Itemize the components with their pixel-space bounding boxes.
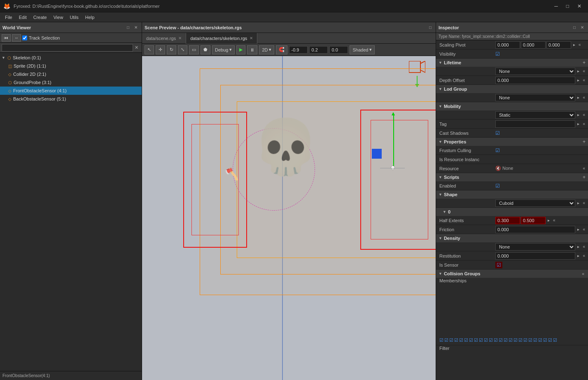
tab-close-icon[interactable]: ✕: [250, 36, 253, 40]
world-viewer-tool2[interactable]: ↔: [12, 34, 21, 42]
menu-view[interactable]: View: [50, 14, 67, 21]
mem-cb-16[interactable]: ☑: [513, 338, 518, 343]
half-extents-x[interactable]: [495, 217, 520, 224]
section-plus-properties[interactable]: +: [583, 139, 586, 145]
mem-cb-8[interactable]: ☑: [474, 338, 478, 343]
tag-expand[interactable]: ▸: [576, 122, 581, 126]
inspector-expand[interactable]: □: [572, 25, 577, 30]
shaded-dropdown[interactable]: Shaded ▾: [350, 45, 375, 54]
mem-cb-24[interactable]: ☑: [553, 338, 557, 343]
tab-scene-rgs[interactable]: data/scene.rgs ✕: [142, 33, 186, 44]
section-shape[interactable]: ▼ Shape: [436, 190, 588, 199]
half-extents-expand[interactable]: ▸: [546, 218, 551, 223]
section-scripts[interactable]: ▼ Scripts +: [436, 173, 588, 181]
section-lodgroup[interactable]: ▼ Lod Group: [436, 85, 588, 93]
shape-reset[interactable]: «: [581, 201, 586, 205]
debug-dropdown[interactable]: Debug ▾: [212, 45, 235, 54]
coord-x[interactable]: [289, 46, 308, 54]
collision-groups-reset[interactable]: «: [581, 272, 586, 276]
mobility-dropdown[interactable]: StaticStationaryMovable: [495, 111, 575, 119]
depth-offset-expand[interactable]: ▸: [576, 78, 581, 82]
density-reset[interactable]: «: [581, 244, 586, 249]
mem-cb-18[interactable]: ☑: [523, 338, 527, 343]
section-properties[interactable]: ▼ Properties +: [436, 138, 588, 146]
friction-input[interactable]: [495, 226, 575, 233]
tree-item-back-sensor[interactable]: ◇ BackObstacleSensor (5:1): [0, 95, 142, 103]
mem-cb-6[interactable]: ☑: [464, 338, 468, 343]
inspector-close[interactable]: ✕: [579, 25, 586, 30]
tool-select[interactable]: ↖: [145, 45, 154, 54]
mem-cb-19[interactable]: ☑: [528, 338, 532, 343]
tree-item-skeleton[interactable]: ▼ ⬡ Skeleton (0:1): [0, 54, 142, 62]
scaling-pivot-y[interactable]: [521, 41, 546, 49]
coord-y[interactable]: [309, 46, 328, 54]
tree-item-front-sensor[interactable]: ◇ FrontObstacleSensor (4:1): [0, 87, 142, 95]
tab-close-icon[interactable]: ✕: [178, 36, 182, 40]
mobility-reset[interactable]: «: [581, 113, 586, 117]
restitution-input[interactable]: [495, 252, 575, 260]
pause-button[interactable]: ⏸: [247, 45, 257, 54]
mem-cb-12[interactable]: ☑: [494, 338, 498, 343]
enabled-checkbox[interactable]: ☑: [495, 183, 500, 189]
restitution-reset[interactable]: «: [581, 253, 586, 258]
section-collision-groups[interactable]: ▼ Collision Groups «: [436, 270, 588, 278]
depth-offset-input[interactable]: [495, 77, 575, 84]
mem-cb-15[interactable]: ☑: [509, 338, 513, 343]
lifetime-reset[interactable]: «: [581, 69, 586, 73]
tag-input[interactable]: [495, 120, 575, 128]
mem-cb-22[interactable]: ☑: [543, 338, 547, 343]
scene-expand[interactable]: □: [427, 25, 433, 30]
magnet-button[interactable]: 🧲: [276, 45, 287, 54]
mem-cb-2[interactable]: ☑: [444, 338, 448, 343]
play-button[interactable]: ▶: [236, 45, 245, 54]
scene-viewport[interactable]: 💀 🪓: [142, 56, 436, 380]
frustum-culling-checkbox[interactable]: ☑: [495, 148, 500, 153]
menu-utils[interactable]: Utils: [66, 14, 82, 21]
density-expand[interactable]: ▸: [576, 244, 581, 249]
lifetime-dropdown[interactable]: None: [495, 68, 575, 75]
lod-dropdown[interactable]: None: [495, 94, 575, 101]
tool-scale[interactable]: ⤡: [178, 45, 187, 54]
tool-move[interactable]: ✛: [156, 45, 165, 54]
world-viewer-tool1[interactable]: ⏮: [2, 34, 11, 42]
tool-rect[interactable]: ▭: [189, 45, 199, 54]
half-extents-y[interactable]: [521, 217, 546, 224]
section-plus-scripts[interactable]: +: [583, 174, 586, 180]
lod-reset[interactable]: «: [581, 95, 586, 100]
tag-reset[interactable]: «: [581, 122, 586, 126]
world-viewer-search[interactable]: [2, 44, 133, 52]
scaling-pivot-expand[interactable]: ▸: [572, 42, 576, 47]
mem-cb-1[interactable]: ☑: [439, 338, 443, 343]
section-sub0[interactable]: ▼ 0: [436, 208, 588, 216]
mem-cb-7[interactable]: ☑: [469, 338, 473, 343]
density-dropdown[interactable]: None: [495, 243, 575, 251]
shape-dropdown[interactable]: CuboidBallCapsule: [495, 199, 575, 207]
scaling-pivot-x[interactable]: [495, 41, 520, 49]
mem-cb-10[interactable]: ☑: [484, 338, 488, 343]
menu-create[interactable]: Create: [30, 14, 50, 21]
lod-expand[interactable]: ▸: [576, 95, 581, 100]
cast-shadows-checkbox[interactable]: ☑: [495, 130, 500, 136]
menu-file[interactable]: File: [2, 14, 16, 21]
is-sensor-checkbox[interactable]: ☑: [495, 262, 502, 268]
coord-z[interactable]: [329, 46, 348, 54]
tree-item-groundprobe[interactable]: ⬡ GroundProbe (3:1): [0, 78, 142, 87]
minimize-button[interactable]: ─: [551, 2, 561, 10]
resource-reset[interactable]: «: [581, 166, 586, 171]
tree-item-collider[interactable]: ◇ Collider 2D (2:1): [0, 70, 142, 78]
scaling-pivot-reset[interactable]: «: [577, 42, 582, 47]
menu-edit[interactable]: Edit: [16, 14, 30, 21]
restitution-expand[interactable]: ▸: [576, 253, 581, 258]
section-density[interactable]: ▼ Density: [436, 234, 588, 242]
lifetime-expand[interactable]: ▸: [576, 69, 581, 73]
friction-expand[interactable]: ▸: [576, 227, 581, 232]
close-button[interactable]: ✕: [574, 2, 585, 10]
menu-help[interactable]: Help: [82, 14, 98, 21]
shape-expand[interactable]: ▸: [576, 201, 581, 205]
search-clear-button[interactable]: ✕: [133, 45, 140, 50]
tool-rotate[interactable]: ↻: [167, 45, 176, 54]
mem-cb-4[interactable]: ☑: [454, 338, 458, 343]
visibility-checkbox[interactable]: ☑: [495, 51, 500, 57]
mem-cb-21[interactable]: ☑: [538, 338, 542, 343]
depth-offset-reset[interactable]: «: [581, 78, 586, 82]
